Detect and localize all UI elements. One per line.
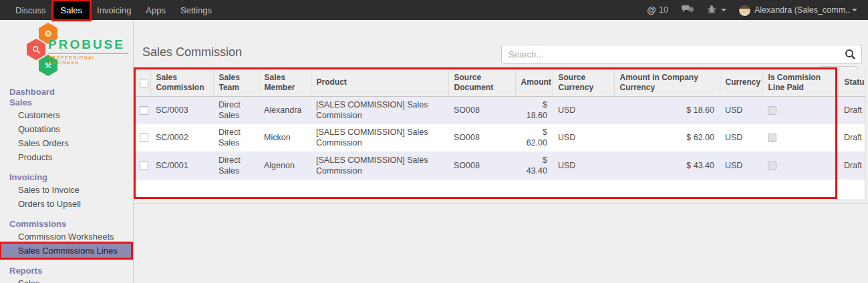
- col-product[interactable]: Product: [311, 69, 448, 96]
- magnifier-hexagon-icon: [27, 39, 45, 60]
- sidebar-item-products[interactable]: Products: [0, 150, 133, 164]
- menu-item-apps[interactable]: Apps: [138, 1, 173, 19]
- sidebar-item-orders-to-upsell[interactable]: Orders to Upsell: [0, 197, 133, 211]
- cell-status: Draft: [839, 124, 865, 152]
- is-paid-checkbox: [768, 133, 776, 142]
- commission-lines-table: Sales Commission Sales Team Sales Member…: [136, 69, 865, 199]
- cell-source-document: SO008: [448, 124, 515, 152]
- cell-source-currency: USD: [553, 96, 614, 124]
- row-select-checkbox[interactable]: [140, 133, 148, 142]
- content-divider: [134, 203, 868, 204]
- row-select-checkbox[interactable]: [140, 106, 148, 115]
- cell-sales-commission: SC/0002: [150, 124, 213, 152]
- cell-sales-team: Direct Sales: [213, 124, 259, 152]
- caret-down-icon: [721, 9, 726, 11]
- sidebar-section-sales[interactable]: Sales: [0, 97, 133, 108]
- sidebar-item-commission-worksheets[interactable]: Commission Worksheets: [0, 230, 133, 244]
- cell-is-paid: [762, 152, 839, 180]
- menu-item-settings[interactable]: Settings: [173, 1, 219, 19]
- menu-item-discuss[interactable]: Discuss: [8, 1, 53, 19]
- col-amount[interactable]: Amount: [515, 69, 553, 96]
- col-is-commission-line-paid[interactable]: Is Commision Line Paid: [762, 69, 839, 96]
- cell-status: Draft: [839, 152, 865, 180]
- sidebar-section-invoicing[interactable]: Invoicing: [0, 172, 133, 183]
- caret-down-icon: [852, 9, 857, 11]
- activities-at-icon: @: [647, 5, 656, 15]
- cell-currency: USD: [720, 152, 762, 180]
- main-menu: DiscussSalesInvoicingAppsSettings: [0, 0, 219, 20]
- cell-source-document: SO008: [448, 96, 515, 124]
- cell-currency: USD: [720, 124, 762, 152]
- logo-name: PROBUSE: [48, 37, 128, 54]
- col-source-document[interactable]: Source Document: [448, 69, 515, 96]
- search-input[interactable]: [501, 45, 862, 64]
- cell-amount-company-currency: $ 62.00: [614, 124, 720, 152]
- bug-icon: [707, 5, 716, 16]
- cell-product: [SALES COMMISSION] Sales Commission: [311, 152, 448, 180]
- cell-is-paid: [762, 96, 839, 124]
- user-menu[interactable]: Alexandra (Sales_comm..: [734, 0, 861, 20]
- chat-bubbles-icon: [682, 5, 694, 16]
- menu-item-sales[interactable]: Sales: [53, 1, 90, 19]
- cell-source-currency: USD: [553, 152, 614, 180]
- cell-amount: $ 18.60: [515, 96, 553, 124]
- debug-button[interactable]: [702, 0, 732, 20]
- col-currency[interactable]: Currency: [720, 69, 762, 96]
- search-icon[interactable]: [845, 49, 856, 63]
- table-row[interactable]: SC/0001 Direct Sales Algenon [SALES COMM…: [136, 152, 865, 180]
- cell-source-document: SO008: [448, 152, 515, 180]
- systray: @ 10 Alexandra (Sales_comm..: [641, 0, 868, 20]
- col-sales-team[interactable]: Sales Team: [213, 69, 259, 96]
- main-content: Sales Commission 1-3 / 3: [134, 20, 868, 283]
- activities-count: 10: [659, 5, 668, 15]
- messages-button[interactable]: [676, 0, 699, 20]
- cell-currency: USD: [720, 96, 762, 124]
- sidebar: ⚙ ⚒ PROBUSE PROFESSIONAL BUSINESS Dashbo…: [0, 20, 134, 283]
- cell-is-paid: [762, 124, 839, 152]
- table-row[interactable]: SC/0003 Direct Sales Alexandra [SALES CO…: [136, 96, 865, 124]
- page-title: Sales Commission: [142, 45, 242, 59]
- cell-source-currency: USD: [553, 124, 614, 152]
- sidebar-item-sales-commissions-lines[interactable]: Sales Commissions Lines: [1, 244, 131, 258]
- row-select-cell: [136, 124, 150, 152]
- sidebar-item-sales-orders[interactable]: Sales Orders: [0, 136, 133, 150]
- table-row[interactable]: SC/0002 Direct Sales Mickon [SALES COMMI…: [136, 124, 865, 152]
- cell-sales-commission: SC/0003: [150, 96, 213, 124]
- sidebar-item-sales-to-invoice[interactable]: Sales to Invoice: [0, 183, 133, 197]
- sidebar-item-customers[interactable]: Customers: [0, 108, 133, 122]
- cell-sales-member: Mickon: [259, 124, 311, 152]
- cell-sales-member: Alexandra: [259, 96, 311, 124]
- select-all-cell: [136, 69, 150, 96]
- row-select-checkbox[interactable]: [140, 162, 148, 170]
- col-source-currency[interactable]: Source Currency: [553, 69, 614, 96]
- user-name: Alexandra (Sales_comm..: [754, 5, 850, 15]
- sidebar-item-quotations[interactable]: Quotations: [0, 122, 133, 136]
- cell-amount-company-currency: $ 43.40: [614, 152, 720, 180]
- logo-text: PROBUSE PROFESSIONAL BUSINESS: [48, 37, 128, 65]
- cell-sales-team: Direct Sales: [213, 152, 259, 180]
- sidebar-nav: DashboardSalesCustomersQuotationsSales O…: [0, 77, 133, 283]
- menu-item-invoicing[interactable]: Invoicing: [90, 1, 138, 19]
- sidebar-section-reports[interactable]: Reports: [0, 266, 133, 276]
- col-sales-member[interactable]: Sales Member: [259, 69, 311, 96]
- screen: DiscussSalesInvoicingAppsSettings @ 10 A…: [0, 0, 868, 283]
- cell-product: [SALES COMMISSION] Sales Commission: [311, 96, 448, 124]
- cell-amount: $ 62.00: [515, 124, 553, 152]
- cell-status: Draft: [839, 96, 865, 124]
- table-header-row: Sales Commission Sales Team Sales Member…: [136, 69, 865, 96]
- col-amount-company-currency[interactable]: Amount in Company Currency: [614, 69, 720, 96]
- topbar: DiscussSalesInvoicingAppsSettings @ 10 A…: [0, 0, 868, 20]
- app-logo: ⚙ ⚒ PROBUSE PROFESSIONAL BUSINESS: [0, 20, 133, 77]
- logo-tagline: PROFESSIONAL BUSINESS: [48, 55, 128, 65]
- sidebar-item-sales[interactable]: Sales: [0, 276, 133, 283]
- col-sales-commission[interactable]: Sales Commission: [150, 69, 213, 96]
- sidebar-section-commissions[interactable]: Commissions: [0, 219, 133, 230]
- sidebar-section-dashboard[interactable]: Dashboard: [0, 87, 133, 97]
- cell-sales-member: Algenon: [259, 152, 311, 180]
- search-box: [501, 45, 862, 64]
- activities-button[interactable]: @ 10: [641, 0, 674, 20]
- cell-sales-commission: SC/0001: [150, 152, 213, 180]
- is-paid-checkbox: [768, 106, 776, 115]
- select-all-checkbox[interactable]: [140, 79, 148, 87]
- col-status[interactable]: Status: [839, 69, 865, 96]
